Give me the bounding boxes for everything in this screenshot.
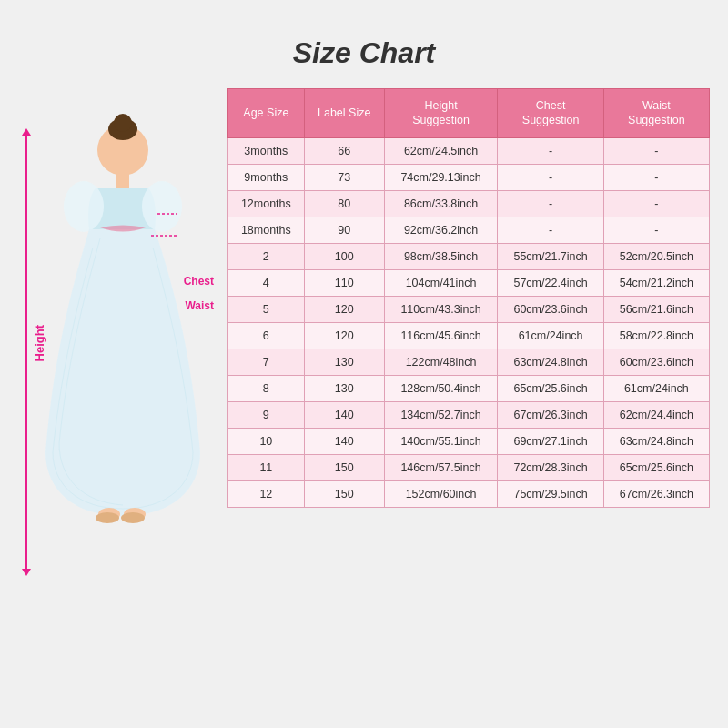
cell-chest: 72cm/28.3inch: [498, 454, 603, 480]
page-title: Size Chart: [293, 36, 435, 70]
cell-height: 104cm/41inch: [384, 269, 498, 296]
cell-waist: -: [603, 164, 709, 190]
cell-age: 12: [228, 480, 305, 507]
table-row: 6120116cm/45.6inch61cm/24inch58cm/22.8in…: [228, 322, 710, 349]
cell-height: 86cm/33.8inch: [384, 190, 498, 217]
cell-chest: -: [498, 217, 603, 243]
col-label-size: Label Size: [304, 89, 384, 138]
cell-age: 8: [228, 375, 305, 401]
cell-label: 140: [304, 428, 384, 454]
cell-age: 11: [228, 454, 305, 480]
cell-chest: -: [498, 164, 603, 190]
table-section: Age Size Label Size HeightSuggestion Che…: [228, 88, 710, 508]
cell-chest: 61cm/24inch: [498, 322, 603, 349]
content-area: Height: [18, 88, 710, 598]
svg-point-4: [64, 181, 104, 232]
cell-label: 110: [304, 269, 384, 296]
cell-waist: 65cm/25.6inch: [603, 454, 709, 480]
cell-waist: -: [603, 190, 709, 217]
table-row: 12months8086cm/33.8inch--: [228, 190, 710, 217]
size-chart-table: Age Size Label Size HeightSuggestion Che…: [228, 88, 710, 508]
cell-waist: 54cm/21.2inch: [603, 269, 709, 296]
cell-waist: 60cm/23.6inch: [603, 349, 709, 375]
cell-label: 120: [304, 322, 384, 349]
cell-label: 130: [304, 375, 384, 401]
cell-height: 92cm/36.2inch: [384, 217, 498, 243]
cell-chest: 75cm/29.5inch: [498, 480, 603, 507]
cell-height: 128cm/50.4inch: [384, 375, 498, 401]
cell-age: 2: [228, 243, 305, 269]
cell-waist: 67cm/26.3inch: [603, 480, 709, 507]
cell-chest: 60cm/23.6inch: [498, 296, 603, 322]
cell-age: 3months: [228, 137, 305, 164]
cell-age: 7: [228, 349, 305, 375]
cell-age: 18months: [228, 217, 305, 243]
col-waist: WaistSuggestion: [603, 89, 709, 138]
cell-waist: -: [603, 137, 709, 164]
cell-label: 66: [304, 137, 384, 164]
table-row: 11150146cm/57.5inch72cm/28.3inch65cm/25.…: [228, 454, 710, 480]
cell-waist: 63cm/24.8inch: [603, 428, 709, 454]
cell-label: 90: [304, 217, 384, 243]
cell-waist: 62cm/24.4inch: [603, 401, 709, 428]
cell-label: 130: [304, 349, 384, 375]
cell-age: 5: [228, 296, 305, 322]
cell-chest: 63cm/24.8inch: [498, 349, 603, 375]
cell-age: 6: [228, 322, 305, 349]
cell-age: 10: [228, 428, 305, 454]
cell-height: 134cm/52.7inch: [384, 401, 498, 428]
cell-age: 4: [228, 269, 305, 296]
table-row: 10140140cm/55.1inch69cm/27.1inch63cm/24.…: [228, 428, 710, 454]
table-row: 8130128cm/50.4inch65cm/25.6inch61cm/24in…: [228, 375, 710, 401]
cell-label: 80: [304, 190, 384, 217]
table-row: 3months6662cm/24.5inch--: [228, 137, 710, 164]
height-label: Height: [33, 325, 46, 361]
col-age-size: Age Size: [228, 89, 305, 138]
svg-point-2: [114, 114, 132, 132]
cell-chest: 69cm/27.1inch: [498, 428, 603, 454]
cell-height: 152cm/60inch: [384, 480, 498, 507]
cell-height: 98cm/38.5inch: [384, 243, 498, 269]
cell-label: 150: [304, 480, 384, 507]
cell-waist: 58cm/22.8inch: [603, 322, 709, 349]
cell-chest: -: [498, 137, 603, 164]
svg-point-11: [121, 512, 145, 523]
cell-label: 120: [304, 296, 384, 322]
table-row: 5120110cm/43.3inch60cm/23.6inch56cm/21.6…: [228, 296, 710, 322]
cell-height: 122cm/48inch: [384, 349, 498, 375]
table-row: 4110104cm/41inch57cm/22.4inch54cm/21.2in…: [228, 269, 710, 296]
table-row: 9140134cm/52.7inch67cm/26.3inch62cm/24.4…: [228, 401, 710, 428]
table-row: 18months9092cm/36.2inch--: [228, 217, 710, 243]
cell-age: 12months: [228, 190, 305, 217]
cell-label: 150: [304, 454, 384, 480]
chest-label: Chest: [184, 275, 214, 288]
cell-height: 116cm/45.6inch: [384, 322, 498, 349]
cell-height: 146cm/57.5inch: [384, 454, 498, 480]
cell-label: 73: [304, 164, 384, 190]
waist-label: Waist: [185, 299, 214, 312]
cell-height: 62cm/24.5inch: [384, 137, 498, 164]
cell-height: 140cm/55.1inch: [384, 428, 498, 454]
cell-chest: -: [498, 190, 603, 217]
svg-point-5: [142, 181, 182, 232]
cell-age: 9months: [228, 164, 305, 190]
cell-chest: 67cm/26.3inch: [498, 401, 603, 428]
image-section: Height: [18, 88, 218, 598]
cell-waist: 61cm/24inch: [603, 375, 709, 401]
svg-point-10: [96, 512, 119, 523]
cell-waist: -: [603, 217, 709, 243]
dress-illustration: [27, 88, 209, 598]
cell-waist: 56cm/21.6inch: [603, 296, 709, 322]
cell-label: 100: [304, 243, 384, 269]
col-height: HeightSuggestion: [384, 89, 498, 138]
cell-chest: 65cm/25.6inch: [498, 375, 603, 401]
table-row: 7130122cm/48inch63cm/24.8inch60cm/23.6in…: [228, 349, 710, 375]
cell-chest: 57cm/22.4inch: [498, 269, 603, 296]
table-header-row: Age Size Label Size HeightSuggestion Che…: [228, 89, 710, 138]
cell-height: 74cm/29.13inch: [384, 164, 498, 190]
cell-height: 110cm/43.3inch: [384, 296, 498, 322]
table-row: 9months7374cm/29.13inch--: [228, 164, 710, 190]
col-chest: ChestSuggestion: [498, 89, 603, 138]
table-row: 210098cm/38.5inch55cm/21.7inch52cm/20.5i…: [228, 243, 710, 269]
cell-chest: 55cm/21.7inch: [498, 243, 603, 269]
